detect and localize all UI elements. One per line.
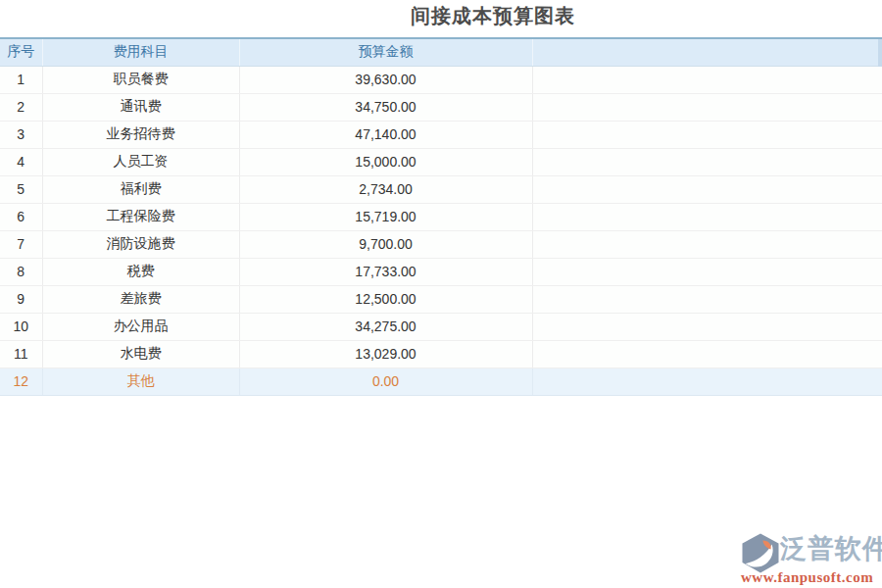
cell-extra xyxy=(532,285,882,313)
cell-amount: 9,700.00 xyxy=(239,230,532,258)
table-row[interactable]: 4 人员工资 15,000.00 xyxy=(0,148,882,175)
cell-amount: 15,719.00 xyxy=(239,203,532,230)
cell-row-number: 1 xyxy=(0,66,42,93)
indirect-cost-budget-table: 序号 费用科目 预算金额 1 职员餐费 39,630.00 2 通讯费 34,7… xyxy=(0,37,882,396)
scrollbar-corner xyxy=(878,39,882,67)
cell-category: 福利费 xyxy=(42,175,239,203)
cell-category: 税费 xyxy=(42,258,239,285)
cell-amount: 12,500.00 xyxy=(239,285,532,313)
cell-amount: 0.00 xyxy=(239,368,532,395)
cell-row-number: 10 xyxy=(0,313,42,340)
cell-category: 人员工资 xyxy=(42,148,239,175)
cell-row-number: 7 xyxy=(0,230,42,258)
cell-category: 通讯费 xyxy=(42,93,239,121)
cell-extra xyxy=(532,121,882,148)
title-wrap: 间接成本预算图表 xyxy=(0,0,882,27)
header-cell-no: 序号 xyxy=(0,38,42,66)
cell-extra xyxy=(532,313,882,340)
cell-row-number: 6 xyxy=(0,203,42,230)
header-cell-amount: 预算金额 xyxy=(239,38,532,66)
cell-extra xyxy=(532,368,882,395)
cell-extra xyxy=(532,258,882,285)
cell-row-number: 11 xyxy=(0,340,42,368)
table-row[interactable]: 3 业务招待费 47,140.00 xyxy=(0,121,882,148)
cell-category: 消防设施费 xyxy=(42,230,239,258)
header-cell-extra xyxy=(532,38,882,66)
cell-amount: 39,630.00 xyxy=(239,66,532,93)
cell-row-number: 9 xyxy=(0,285,42,313)
cell-amount: 17,733.00 xyxy=(239,258,532,285)
cell-extra xyxy=(532,148,882,175)
cell-extra xyxy=(532,175,882,203)
cell-amount: 34,275.00 xyxy=(239,313,532,340)
cell-category: 职员餐费 xyxy=(42,66,239,93)
table-row[interactable]: 1 职员餐费 39,630.00 xyxy=(0,66,882,93)
header-cell-category: 费用科目 xyxy=(42,38,239,66)
cell-amount: 2,734.00 xyxy=(239,175,532,203)
cell-amount: 34,750.00 xyxy=(239,93,532,121)
cell-category: 差旅费 xyxy=(42,285,239,313)
cell-category: 办公用品 xyxy=(42,313,239,340)
vendor-watermark: 泛普软件 www.fanpusoft.com xyxy=(741,530,876,586)
cell-extra xyxy=(532,93,882,121)
cell-row-number: 2 xyxy=(0,93,42,121)
cell-extra xyxy=(532,340,882,368)
cell-row-number: 3 xyxy=(0,121,42,148)
table-row[interactable]: 12 其他 0.00 xyxy=(0,368,882,395)
page-title: 间接成本预算图表 xyxy=(411,5,575,27)
cell-category: 水电费 xyxy=(42,340,239,368)
table-row[interactable]: 6 工程保险费 15,719.00 xyxy=(0,203,882,230)
cell-extra xyxy=(532,66,882,93)
fanpu-logo-icon xyxy=(742,533,779,573)
cell-category: 业务招待费 xyxy=(42,121,239,148)
table-header-row: 序号 费用科目 预算金额 xyxy=(0,38,882,66)
table-row[interactable]: 8 税费 17,733.00 xyxy=(0,258,882,285)
cell-row-number: 4 xyxy=(0,148,42,175)
cell-amount: 13,029.00 xyxy=(239,340,532,368)
cell-amount: 47,140.00 xyxy=(239,121,532,148)
table-row[interactable]: 7 消防设施费 9,700.00 xyxy=(0,230,882,258)
table-row[interactable]: 5 福利费 2,734.00 xyxy=(0,175,882,203)
cell-row-number: 5 xyxy=(0,175,42,203)
cell-amount: 15,000.00 xyxy=(239,148,532,175)
cell-extra xyxy=(532,230,882,258)
cell-category: 工程保险费 xyxy=(42,203,239,230)
table-row[interactable]: 10 办公用品 34,275.00 xyxy=(0,313,882,340)
cell-row-number: 8 xyxy=(0,258,42,285)
cell-row-number: 12 xyxy=(0,368,42,395)
vendor-name: 泛普软件 xyxy=(780,531,882,566)
table-row[interactable]: 11 水电费 13,029.00 xyxy=(0,340,882,368)
table-row[interactable]: 9 差旅费 12,500.00 xyxy=(0,285,882,313)
table-row[interactable]: 2 通讯费 34,750.00 xyxy=(0,93,882,121)
cell-extra xyxy=(532,203,882,230)
table-body: 1 职员餐费 39,630.00 2 通讯费 34,750.00 3 业务招待费… xyxy=(0,66,882,395)
cell-category: 其他 xyxy=(42,368,239,395)
page: 间接成本预算图表 序号 费用科目 预算金额 1 职员餐费 39,630.00 2… xyxy=(0,0,882,588)
vendor-website-link[interactable]: www.fanpusoft.com xyxy=(741,569,873,586)
